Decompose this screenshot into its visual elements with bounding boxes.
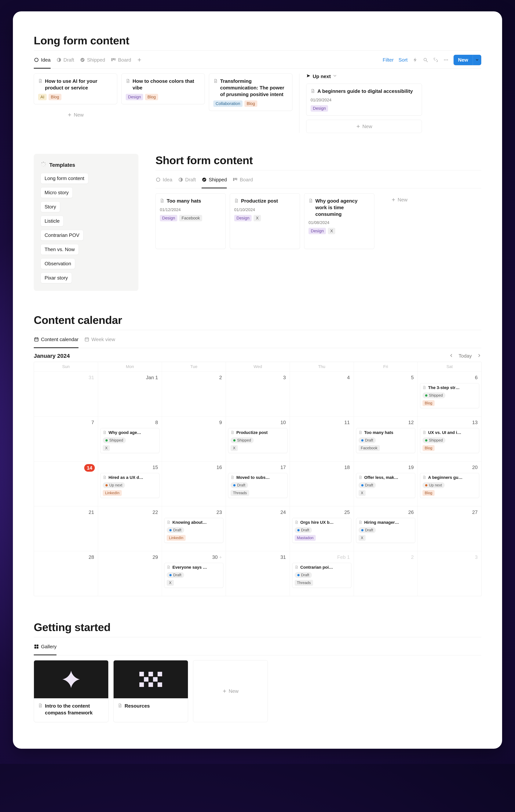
calendar-cell[interactable]: 16 xyxy=(162,461,226,506)
template-chip[interactable]: Observation xyxy=(40,258,75,269)
month-label: January 2024 xyxy=(34,353,70,359)
calendar-event[interactable]: Hiring manager… Draft X xyxy=(356,518,415,543)
gallery-card[interactable]: Intro to the content compass framework xyxy=(34,660,108,722)
tab-week-view[interactable]: Week view xyxy=(84,331,115,348)
up-next-card[interactable]: A beginners guide to digital accessibili… xyxy=(306,84,422,116)
tag: Blog xyxy=(145,94,158,100)
calendar-cell[interactable]: 12 Too many hats Draft Facebook xyxy=(354,416,417,461)
calendar-cell[interactable]: 28 xyxy=(34,551,98,596)
new-card-button[interactable]: New xyxy=(34,108,117,121)
dow-label: Mon xyxy=(98,362,162,371)
calendar-cell[interactable]: 10 Productize post Shipped X xyxy=(226,416,290,461)
tab-shipped[interactable]: Shipped xyxy=(201,171,227,188)
calendar-cell[interactable]: Jan 1 xyxy=(98,371,162,416)
calendar-cell[interactable]: 17 Moved to subs… Draft Threads xyxy=(226,461,290,506)
tab-draft[interactable]: Draft xyxy=(178,171,196,188)
calendar-cell[interactable]: 29 xyxy=(98,551,162,596)
longform-card[interactable]: How to choose colors that vibe DesignBlo… xyxy=(121,74,205,104)
calendar-cell[interactable]: 11 xyxy=(290,416,354,461)
calendar-cell[interactable]: 23 Knowing about… Draft LinkedIn xyxy=(162,506,226,551)
tab-idea[interactable]: Idea xyxy=(34,51,51,68)
calendar-cell[interactable]: 31 xyxy=(226,551,290,596)
tab-gallery[interactable]: Gallery xyxy=(34,638,56,655)
next-month-button[interactable] xyxy=(477,353,481,358)
calendar-cell[interactable]: 30 + Everyone says … Draft X xyxy=(162,551,226,596)
shortform-card[interactable]: Productize post 01/10/2024 DesignX xyxy=(230,193,300,249)
calendar-icon xyxy=(84,337,89,342)
calendar-cell[interactable]: 21 xyxy=(34,506,98,551)
calendar-cell[interactable]: 19 Offer less, mak… Draft X xyxy=(354,461,417,506)
calendar-cell[interactable]: 27 xyxy=(417,506,482,551)
shortform-card[interactable]: Why good agency work is time consuming 0… xyxy=(304,193,374,249)
template-chip[interactable]: Then vs. Now xyxy=(40,244,79,255)
calendar-cell[interactable]: 14 xyxy=(34,461,98,506)
calendar-event[interactable]: Offer less, mak… Draft X xyxy=(356,473,415,498)
calendar-event[interactable]: The 3-step str… Shipped Blog xyxy=(420,383,479,408)
calendar-cell[interactable]: 20 A beginners gu… Up next Blog xyxy=(417,461,482,506)
calendar-event[interactable]: A beginners gu… Up next Blog xyxy=(420,473,479,498)
calendar-cell[interactable]: 26 Hiring manager… Draft X xyxy=(354,506,417,551)
prev-month-button[interactable] xyxy=(449,353,453,358)
template-chip[interactable]: Contrarian POV xyxy=(40,230,83,241)
up-next-group[interactable]: Up next xyxy=(306,74,422,79)
gallery-card[interactable]: Resources xyxy=(113,660,188,722)
tag: Threads xyxy=(231,490,249,496)
calendar-cell[interactable]: 7 xyxy=(34,416,98,461)
calendar-event[interactable]: UX vs. UI and i… Shipped Blog xyxy=(420,428,479,453)
calendar-cell[interactable]: 2 xyxy=(354,551,417,596)
calendar-cell[interactable]: 8 Why good age… Shipped X xyxy=(98,416,162,461)
new-card-button[interactable]: New xyxy=(306,120,422,133)
gallery-new-button[interactable]: New xyxy=(193,660,268,722)
tab-content-calendar[interactable]: Content calendar xyxy=(34,331,79,348)
template-chip[interactable]: Listicle xyxy=(40,216,63,227)
sort-link[interactable]: Sort xyxy=(399,57,408,63)
today-button[interactable]: Today xyxy=(459,353,472,359)
calendar-cell[interactable]: 6 The 3-step str… Shipped Blog xyxy=(417,371,482,416)
tab-draft[interactable]: Draft xyxy=(56,51,74,68)
calendar-cell[interactable]: 5 xyxy=(354,371,417,416)
calendar-event[interactable]: Knowing about… Draft LinkedIn xyxy=(164,518,223,543)
calendar-event[interactable]: Hired as a UX d… Up next LinkedIn xyxy=(100,473,160,498)
template-chip[interactable]: Story xyxy=(40,201,60,212)
bolt-icon[interactable] xyxy=(413,57,418,62)
longform-card[interactable]: Transforming communication: The power of… xyxy=(209,74,292,111)
tag: X xyxy=(167,580,174,586)
calendar-cell[interactable]: 25 Orgs hire UX b… Draft Mastadon xyxy=(290,506,354,551)
shortform-card[interactable]: Too many hats 01/12/2024 DesignFacebook xyxy=(156,193,226,249)
calendar-cell[interactable]: 24 xyxy=(226,506,290,551)
calendar-cell[interactable]: 4 xyxy=(290,371,354,416)
calendar-cell[interactable]: 3 xyxy=(226,371,290,416)
calendar-event[interactable]: Contrarian poi… Draft Threads xyxy=(292,563,351,588)
chevron-down-icon[interactable] xyxy=(473,55,481,65)
calendar-event[interactable]: Too many hats Draft Facebook xyxy=(356,428,415,453)
template-chip[interactable]: Micro story xyxy=(40,187,73,198)
new-button[interactable]: New xyxy=(454,55,481,65)
template-chip[interactable]: Long form content xyxy=(40,173,88,184)
longform-card[interactable]: How to use AI for your product or servic… xyxy=(34,74,117,104)
tab-idea[interactable]: Idea xyxy=(156,171,172,188)
calendar-cell[interactable]: Feb 1 Contrarian poi… Draft Threads xyxy=(290,551,354,596)
calendar-cell[interactable]: 15 Hired as a UX d… Up next LinkedIn xyxy=(98,461,162,506)
calendar-cell[interactable]: 31 xyxy=(34,371,98,416)
more-icon[interactable] xyxy=(443,57,449,62)
new-card-button[interactable]: New xyxy=(378,193,420,206)
tab-board[interactable]: Board xyxy=(111,51,131,68)
calendar-cell[interactable]: 9 xyxy=(162,416,226,461)
calendar-cell[interactable]: 22 xyxy=(98,506,162,551)
expand-icon[interactable] xyxy=(433,57,438,62)
tab-shipped[interactable]: Shipped xyxy=(80,51,105,68)
calendar-cell[interactable]: 18 xyxy=(290,461,354,506)
calendar-cell[interactable]: 2 xyxy=(162,371,226,416)
add-view-button[interactable] xyxy=(137,51,142,68)
calendar-event[interactable]: Why good age… Shipped X xyxy=(100,428,160,453)
calendar-cell[interactable]: 3 xyxy=(417,551,482,596)
calendar-event[interactable]: Orgs hire UX b… Draft Mastadon xyxy=(292,518,351,543)
calendar-event[interactable]: Moved to subs… Draft Threads xyxy=(228,473,287,498)
calendar-event[interactable]: Everyone says … Draft X xyxy=(164,563,223,588)
calendar-cell[interactable]: 13 UX vs. UI and i… Shipped Blog xyxy=(417,416,482,461)
calendar-event[interactable]: Productize post Shipped X xyxy=(228,428,287,453)
tab-board[interactable]: Board xyxy=(233,171,253,188)
search-icon[interactable] xyxy=(423,57,428,62)
template-chip[interactable]: Pixar story xyxy=(40,272,72,283)
filter-link[interactable]: Filter xyxy=(383,57,394,63)
